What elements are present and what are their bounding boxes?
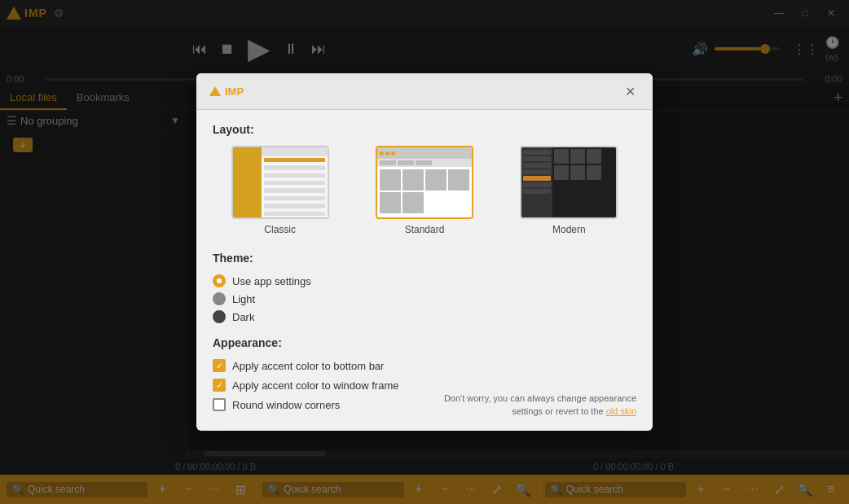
modal-logo: IMP xyxy=(209,85,244,98)
modal-body: Layout: xyxy=(196,110,653,431)
checkbox-round-corners-label: Round window corners xyxy=(232,399,340,411)
layout-standard[interactable]: Standard xyxy=(357,146,491,235)
layout-classic[interactable]: Classic xyxy=(213,146,347,235)
checkbox-accent-frame-label: Apply accent color to window frame xyxy=(232,379,398,392)
appearance-modal: IMP ✕ Layout: xyxy=(196,73,653,431)
standard-label: Standard xyxy=(405,224,445,235)
theme-use-app[interactable]: Use app settings xyxy=(213,274,636,287)
std-dot-3 xyxy=(391,151,395,156)
appearance-section: Apply accent color to bottom bar Apply a… xyxy=(213,359,636,418)
checkbox-accent-bottom[interactable]: Apply accent color to bottom bar xyxy=(213,359,415,372)
checkbox-round-corners-box xyxy=(213,398,226,411)
theme-dark-label: Dark xyxy=(232,311,254,323)
modal-overlay: IMP ✕ Layout: xyxy=(0,0,849,504)
radio-dark-icon xyxy=(213,310,226,323)
appearance-info: Don't worry, you can always change appea… xyxy=(434,359,636,418)
classic-thumbnail xyxy=(231,146,329,219)
modal-close-button[interactable]: ✕ xyxy=(620,81,640,101)
theme-light[interactable]: Light xyxy=(213,292,636,305)
radio-light-icon xyxy=(213,292,226,305)
theme-dark[interactable]: Dark xyxy=(213,310,636,323)
modern-thumbnail xyxy=(520,146,618,219)
checkbox-accent-bottom-label: Apply accent color to bottom bar xyxy=(232,360,384,372)
appearance-options: Apply accent color to bottom bar Apply a… xyxy=(213,359,415,418)
layout-thumbnails: Classic xyxy=(213,146,636,235)
checkbox-round-corners[interactable]: Round window corners xyxy=(213,398,415,411)
classic-label: Classic xyxy=(264,224,296,235)
modern-label: Modern xyxy=(552,224,586,235)
layout-section-title: Layout: xyxy=(213,123,636,136)
checkbox-accent-frame[interactable]: Apply accent color to window frame xyxy=(213,379,415,392)
modal-logo-text: IMP xyxy=(225,85,244,98)
appearance-section-title: Appearance: xyxy=(213,336,636,349)
modal-header: IMP ✕ xyxy=(196,73,653,110)
checkbox-accent-bottom-box xyxy=(213,359,226,372)
standard-thumbnail xyxy=(376,146,473,219)
layout-modern[interactable]: Modern xyxy=(502,146,636,235)
std-dot-2 xyxy=(385,151,389,156)
theme-use-app-label: Use app settings xyxy=(232,275,311,287)
theme-section: Theme: Use app settings Light Dark xyxy=(213,252,636,323)
modal-logo-triangle-icon xyxy=(209,86,221,96)
theme-light-label: Light xyxy=(232,293,255,305)
theme-section-title: Theme: xyxy=(213,252,636,265)
app-window: IMP ⚙ — □ ✕ ⏮ ⏹ ▶ ⏸ ⏭ 🔊 ⋮⋮ 🕐 (w) xyxy=(0,0,849,504)
std-dot-1 xyxy=(380,151,384,156)
info-text: Don't worry, you can always change appea… xyxy=(434,392,636,418)
old-skin-link[interactable]: old skin xyxy=(606,406,636,416)
checkbox-accent-frame-box xyxy=(213,379,226,392)
radio-use-app-icon xyxy=(213,274,226,287)
